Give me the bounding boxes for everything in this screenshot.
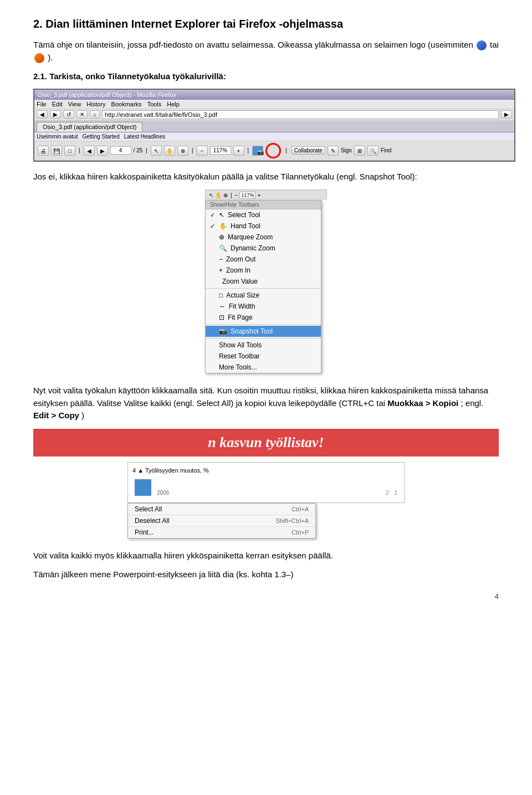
ctx-marquee-zoom-label: Marquee Zoom <box>228 233 273 241</box>
zoom-in-button[interactable]: + <box>233 146 244 156</box>
page-heading: 2. Dian liittäminen Internet Explorer ta… <box>33 17 499 31</box>
ctx-select-tool[interactable]: ↖ Select Tool <box>206 209 321 220</box>
find-label[interactable]: Find <box>381 147 391 153</box>
home-button[interactable]: ⌂ <box>90 110 100 119</box>
print-button[interactable]: 🖨 <box>38 146 49 156</box>
menu-history[interactable]: History <box>86 101 105 107</box>
ctx-fit-page[interactable]: ⊡ Fit Page <box>206 312 321 323</box>
ctx-fit-width[interactable]: ↔ Fit Width <box>206 301 321 312</box>
hand-tool-ctx-icon: ✋ <box>219 222 227 230</box>
firefox-logo-icon <box>34 53 44 63</box>
bm-deselect-all[interactable]: Deselect All Shift+Ctrl+A <box>128 515 315 527</box>
chart-label: 4 ▲ Työllisyyden muutos, % <box>132 467 400 474</box>
ctx-separator-1 <box>206 288 321 289</box>
zoom-in-ctx-icon: + <box>219 266 223 274</box>
red-banner: n kasvun työllistav! <box>33 429 499 457</box>
ctx-actual-size[interactable]: □ Actual Size <box>206 290 321 301</box>
ctx-zoom-out-label: Zoom Out <box>226 255 255 263</box>
stop-button[interactable]: ✕ <box>76 110 88 119</box>
bold-copy-label: Muokkaa > Kopioi <box>387 398 458 408</box>
ctx-select-tool-label: Select Tool <box>228 211 260 219</box>
mini-zoomin-icon: + <box>257 192 260 198</box>
ctx-reset-toolbar-label: Reset Toolbar <box>219 352 260 360</box>
firefox-menubar: File Edit View History Bookmarks Tools H… <box>34 100 514 109</box>
ctx-snapshot-tool[interactable]: 📷 Snapshot Tool <box>206 326 321 337</box>
instruction-2: Nyt voit valita työkalun käyttöön klikka… <box>33 384 499 422</box>
ctx-zoom-in-label: Zoom In <box>226 266 250 274</box>
menu-edit[interactable]: Edit <box>52 101 63 107</box>
bm-select-all-shortcut: Ctrl+A <box>291 506 309 512</box>
prev-page-button[interactable]: ◀ <box>84 146 95 156</box>
save-button[interactable]: 💾 <box>51 146 62 156</box>
instruction-1: Jos ei, klikkaa hiiren kakkospainiketta … <box>33 171 499 183</box>
select-tool-button[interactable]: ↖ <box>151 146 162 156</box>
bm-deselect-all-shortcut: Shift+Ctrl+A <box>276 517 309 524</box>
menu-file[interactable]: File <box>37 101 47 107</box>
go-button[interactable]: ▶ <box>501 110 512 119</box>
firefox-bookmarks: Useimmin avatut Getting Started Latest H… <box>34 132 514 141</box>
marquee-zoom-button[interactable]: ⊕ <box>177 146 188 156</box>
context-menu: Show/Hide Toolbars ↖ Select Tool ✋ Hand … <box>205 200 321 373</box>
page-separator: / 25 <box>134 147 143 153</box>
ctx-zoom-out[interactable]: − Zoom Out <box>206 254 321 265</box>
current-page-input[interactable] <box>110 146 131 155</box>
ctx-show-all-tools[interactable]: Show All Tools <box>206 340 321 351</box>
zoom-out-button[interactable]: − <box>197 146 208 156</box>
fit-page-ctx-icon: ⊡ <box>219 314 224 321</box>
bookmark-1[interactable]: Useimmin avatut <box>37 134 78 140</box>
bm-print-label: Print... <box>135 529 154 536</box>
forward-button[interactable]: ▶ <box>50 110 61 119</box>
ctx-zoom-in[interactable]: + Zoom In <box>206 265 321 276</box>
find-button[interactable]: 🔍 <box>367 146 378 156</box>
bottom-menu-area: 4 ▲ Työllisyyden muutos, % 2006 2 1 Sele… <box>33 462 499 538</box>
bm-print-shortcut: Ctrl+P <box>291 529 309 536</box>
instruction-3: Voit valita kaikki myös klikkaamalla hii… <box>33 550 499 562</box>
firefox-title-text: Osio_3.pdf (application/pdf Object) - Mo… <box>38 91 176 98</box>
next-page-button[interactable]: ▶ <box>97 146 108 156</box>
back-button[interactable]: ◀ <box>37 110 48 119</box>
firefox-navbar: ◀ ▶ ↺ ✕ ⌂ ▶ <box>34 109 514 121</box>
dynamic-zoom-ctx-icon: 🔍 <box>219 244 227 252</box>
ctx-actual-size-label: Actual Size <box>226 291 259 299</box>
chart-year: 2006 <box>157 490 169 496</box>
intro-paragraph: Tämä ohje on tilanteisiin, jossa pdf-tie… <box>33 39 499 64</box>
mini-cursor-icon: ↖ <box>209 192 213 198</box>
ie-logo-icon <box>477 40 487 50</box>
zoom-input[interactable] <box>210 146 231 155</box>
ctx-hand-tool[interactable]: ✋ Hand Tool <box>206 220 321 232</box>
active-tab[interactable]: Osio_3.pdf (application/pdf Object) <box>37 122 142 132</box>
ctx-zoom-value[interactable]: Zoom Value <box>206 276 321 287</box>
bookmark-2[interactable]: Getting Started <box>82 134 119 140</box>
instruction-2c: ) <box>81 411 84 420</box>
firefox-window: Osio_3.pdf (application/pdf Object) - Mo… <box>33 89 515 162</box>
collaborate-button[interactable]: Collaborate <box>291 146 325 155</box>
bm-select-all[interactable]: Select All Ctrl+A <box>128 504 315 515</box>
sign-label[interactable]: Sign <box>341 147 352 153</box>
hand-tool-button[interactable]: ✋ <box>164 146 175 156</box>
chart-area: 4 ▲ Työllisyyden muutos, % 2006 2 1 <box>127 462 405 503</box>
ctx-hand-tool-label: Hand Tool <box>231 222 260 230</box>
bm-print[interactable]: Print... Ctrl+P <box>128 527 315 538</box>
mini-zoom-icon: ⊕ <box>223 192 228 198</box>
intro-end: ). <box>48 53 53 62</box>
page-number: 4 <box>33 592 499 601</box>
bookmark-3[interactable]: Latest Headlines <box>124 134 166 140</box>
zoom-out-ctx-icon: − <box>219 255 223 263</box>
ctx-marquee-zoom[interactable]: ⊕ Marquee Zoom <box>206 232 321 243</box>
menu-tools[interactable]: Tools <box>147 101 162 107</box>
ctx-reset-toolbar[interactable]: Reset Toolbar <box>206 351 321 362</box>
reload-button[interactable]: ↺ <box>63 110 74 119</box>
menu-bookmarks[interactable]: Bookmarks <box>111 101 142 107</box>
page-view-button[interactable]: □ <box>64 146 75 156</box>
toolbar-config-button[interactable]: ⊞ <box>354 146 365 156</box>
ctx-more-tools[interactable]: More Tools... <box>206 362 321 373</box>
ctx-dynamic-zoom[interactable]: 🔍 Dynamic Zoom <box>206 243 321 254</box>
address-bar[interactable] <box>102 110 499 119</box>
mini-zoomout-icon: − <box>235 192 238 198</box>
sign-icon[interactable]: ✎ <box>328 146 339 156</box>
chart-note-1: 1 <box>394 490 397 496</box>
snapshot-ctx-icon: 📷 <box>219 327 227 335</box>
snapshot-tool-icon[interactable]: 📷 <box>252 146 263 156</box>
menu-view[interactable]: View <box>68 101 81 107</box>
menu-help[interactable]: Help <box>167 101 180 107</box>
